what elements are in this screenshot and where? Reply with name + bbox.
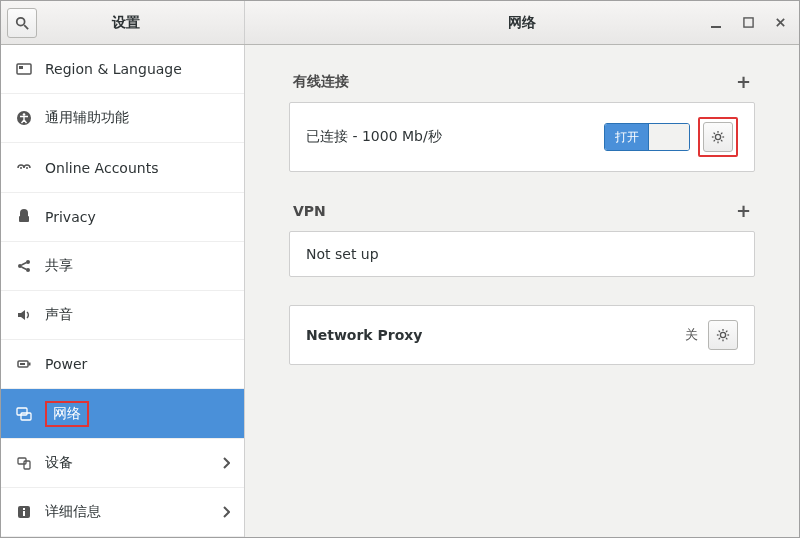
sidebar-item-label: Privacy (45, 209, 230, 225)
privacy-icon (15, 208, 33, 226)
wired-title: 有线连接 (293, 73, 349, 91)
wired-settings-button[interactable] (703, 122, 733, 152)
gear-icon (711, 130, 725, 144)
vpn-add-button[interactable]: + (736, 200, 751, 221)
network-icon (15, 405, 33, 423)
sidebar-item-label: Region & Language (45, 61, 230, 77)
svg-rect-19 (29, 363, 31, 366)
body: Region & Language 通用辅助功能 Online Accounts… (1, 45, 799, 537)
svg-rect-24 (24, 461, 30, 469)
window-controls (709, 1, 793, 44)
sidebar-item-highlight: 网络 (45, 401, 89, 427)
sidebar-item-region-language[interactable]: Region & Language (1, 45, 244, 94)
accessibility-icon (15, 109, 33, 127)
svg-point-0 (17, 17, 25, 25)
info-icon (15, 503, 33, 521)
sidebar-item-sharing[interactable]: 共享 (1, 242, 244, 291)
svg-point-14 (26, 260, 30, 264)
sidebar-item-label: 声音 (45, 306, 230, 324)
svg-rect-7 (19, 66, 23, 69)
svg-point-9 (23, 113, 26, 116)
toggle-off-region (649, 124, 689, 150)
svg-line-17 (22, 267, 27, 270)
header-bar: 设置 网络 (1, 1, 799, 45)
chevron-right-icon (222, 457, 230, 469)
sidebar-item-label: 通用辅助功能 (45, 109, 230, 127)
sidebar-item-label: 详细信息 (45, 503, 210, 521)
settings-title: 设置 (37, 14, 214, 32)
svg-point-37 (720, 332, 725, 337)
vpn-card: Not set up (289, 231, 755, 277)
sidebar-item-label: 网络 (53, 405, 81, 421)
proxy-title: Network Proxy (306, 327, 685, 343)
svg-rect-2 (711, 26, 721, 28)
svg-rect-27 (23, 511, 25, 516)
svg-line-36 (721, 133, 722, 134)
sidebar-item-sound[interactable]: 声音 (1, 291, 244, 340)
content-pane: 有线连接 + 已连接 - 1000 Mb/秒 打开 (245, 45, 799, 537)
svg-point-28 (715, 134, 720, 139)
wired-add-button[interactable]: + (736, 71, 751, 92)
maximize-button[interactable] (741, 16, 755, 30)
svg-line-1 (24, 25, 28, 29)
svg-rect-12 (19, 216, 29, 222)
sidebar: Region & Language 通用辅助功能 Online Accounts… (1, 45, 245, 537)
sidebar-item-label: Online Accounts (45, 160, 230, 176)
minimize-button[interactable] (709, 16, 723, 30)
svg-line-34 (721, 140, 722, 141)
svg-line-33 (714, 133, 715, 134)
sidebar-item-privacy[interactable]: Privacy (1, 193, 244, 242)
header-left: 设置 (1, 1, 245, 44)
svg-line-45 (726, 331, 727, 332)
svg-rect-3 (743, 18, 752, 27)
vpn-title: VPN (293, 203, 326, 219)
wired-status-text: 已连接 - 1000 Mb/秒 (306, 128, 604, 146)
devices-icon (15, 454, 33, 472)
header-right: 网络 (245, 1, 799, 44)
search-icon (15, 16, 29, 30)
svg-point-11 (26, 167, 28, 169)
sidebar-item-network[interactable]: 网络 (1, 389, 244, 438)
close-button[interactable] (773, 16, 787, 30)
sidebar-item-label: 设备 (45, 454, 210, 472)
svg-line-44 (719, 338, 720, 339)
proxy-card: Network Proxy 关 (289, 305, 755, 365)
sidebar-item-label: Power (45, 356, 230, 372)
sidebar-item-power[interactable]: Power (1, 340, 244, 389)
wired-connection-card: 已连接 - 1000 Mb/秒 打开 (289, 102, 755, 172)
wired-toggle[interactable]: 打开 (604, 123, 690, 151)
search-button[interactable] (7, 8, 37, 38)
gear-icon (716, 328, 730, 342)
power-icon (15, 355, 33, 373)
svg-line-16 (22, 262, 27, 265)
svg-point-10 (20, 167, 22, 169)
chevron-right-icon (222, 506, 230, 518)
sidebar-item-details[interactable]: 详细信息 (1, 488, 244, 537)
sound-icon (15, 306, 33, 324)
svg-rect-21 (17, 408, 27, 415)
proxy-status-text: 关 (685, 326, 698, 344)
svg-rect-20 (20, 363, 25, 365)
vpn-section-header: VPN + (289, 200, 755, 221)
svg-line-42 (719, 331, 720, 332)
wired-section-header: 有线连接 + (289, 71, 755, 92)
svg-line-43 (726, 338, 727, 339)
toggle-on-label: 打开 (605, 124, 649, 150)
settings-window: 设置 网络 Region (0, 0, 800, 538)
sidebar-item-accessibility[interactable]: 通用辅助功能 (1, 94, 244, 143)
vpn-status-text: Not set up (306, 246, 738, 262)
proxy-settings-button[interactable] (708, 320, 738, 350)
sidebar-item-devices[interactable]: 设备 (1, 439, 244, 488)
sidebar-item-label: 共享 (45, 257, 230, 275)
sidebar-item-online-accounts[interactable]: Online Accounts (1, 143, 244, 192)
page-title: 网络 (508, 14, 536, 32)
wired-settings-highlight (698, 117, 738, 157)
svg-rect-26 (23, 508, 25, 510)
svg-point-15 (26, 268, 30, 272)
svg-rect-22 (21, 413, 31, 420)
region-icon (15, 60, 33, 78)
share-icon (15, 257, 33, 275)
online-accounts-icon (15, 159, 33, 177)
svg-line-35 (714, 140, 715, 141)
